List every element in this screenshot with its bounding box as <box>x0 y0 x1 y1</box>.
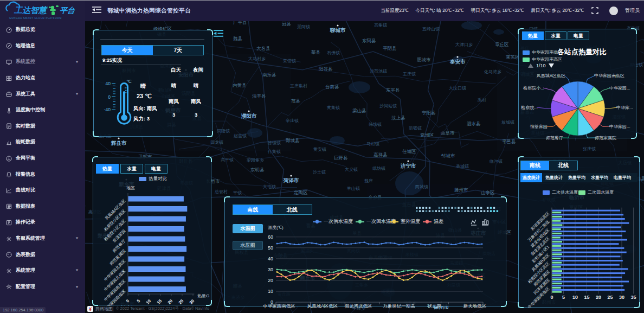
svg-text:任城区: 任城区 <box>402 149 416 154</box>
svg-text:40: 40 <box>106 81 111 86</box>
svg-text:曲阜市: 曲阜市 <box>441 130 455 136</box>
svg-text:沙河站镇: 沙河站镇 <box>379 104 397 108</box>
svg-text:嘉祥县: 嘉祥县 <box>373 152 388 157</box>
svg-text:濮阳市: 濮阳市 <box>241 113 257 119</box>
svg-text:大津口乡: 大津口乡 <box>455 42 473 47</box>
svg-text:5: 5 <box>136 298 141 304</box>
svg-text:东阿县: 东阿县 <box>362 38 376 43</box>
svg-text:怡筌家园: 怡筌家园 <box>530 124 548 129</box>
svg-text:平阴县: 平阴县 <box>383 46 397 51</box>
svg-text:王庄集村: 王庄集村 <box>289 84 307 88</box>
svg-text:梁山县: 梁山县 <box>352 108 366 113</box>
svg-text:25: 25 <box>607 295 613 300</box>
svg-text:辛庄镇: 辛庄镇 <box>286 118 299 123</box>
svg-text:15: 15 <box>584 295 589 300</box>
svg-text:石佛镇: 石佛镇 <box>327 50 340 55</box>
svg-text:中华家园...: 中华家园... <box>609 124 630 129</box>
svg-text:高集镇: 高集镇 <box>374 23 387 28</box>
svg-text:魏县: 魏县 <box>233 36 243 41</box>
svg-text:中华家...: 中华家... <box>616 105 633 110</box>
svg-text:魏庄: 魏庄 <box>364 178 373 183</box>
svg-text:师范餐厅: 师范餐厅 <box>546 136 563 140</box>
svg-text:泰安市: 泰安市 <box>449 59 466 65</box>
svg-text:临泃镇: 临泃镇 <box>490 159 503 164</box>
svg-text:大马村乡: 大马村乡 <box>248 56 266 61</box>
svg-text:10: 10 <box>572 295 578 300</box>
svg-text:台前县: 台前县 <box>325 84 339 90</box>
svg-text:阳谷县: 阳谷县 <box>319 66 333 72</box>
svg-text:梁园集乡: 梁园集乡 <box>247 157 264 163</box>
svg-text:韩垓镇: 韩垓镇 <box>369 122 382 127</box>
svg-text:回隆镇: 回隆镇 <box>217 129 230 133</box>
svg-text:范县: 范县 <box>291 98 301 104</box>
svg-text:王庄镇: 王庄镇 <box>402 72 416 76</box>
svg-text:高平镇: 高平镇 <box>221 157 234 162</box>
svg-text:凤凰城A区低区: 凤凰城A区低区 <box>537 73 565 78</box>
svg-text:中华家园...: 中华家园... <box>609 86 630 91</box>
svg-text:黄集镇: 黄集镇 <box>327 105 340 110</box>
svg-text:张庄镇: 张庄镇 <box>583 146 596 151</box>
svg-text:大义镇: 大义镇 <box>345 167 358 172</box>
svg-text:大名县: 大名县 <box>256 46 271 51</box>
svg-text:洪范池镇: 洪范池镇 <box>370 69 387 74</box>
svg-text:东明县: 东明县 <box>250 167 265 173</box>
svg-text:纸坊镇: 纸坊镇 <box>372 166 385 171</box>
svg-text:赵营镇: 赵营镇 <box>234 133 247 138</box>
svg-text:景阿镇: 景阿镇 <box>297 24 310 29</box>
svg-text:总管村: 总管村 <box>214 189 228 194</box>
svg-text:邹城市: 邹城市 <box>441 153 455 158</box>
svg-text:检察院小...: 检察院小... <box>523 86 544 91</box>
svg-text:大汶口镇: 大汶口镇 <box>449 86 466 91</box>
svg-text:巨野县: 巨野县 <box>334 155 348 161</box>
svg-text:济宁市: 济宁市 <box>400 163 416 169</box>
svg-text:GONGDA SMART CLOUD PLATFORM: GONGDA SMART CLOUD PLATFORM <box>9 17 62 20</box>
svg-text:马村镇: 马村镇 <box>366 142 379 146</box>
svg-text:0: 0 <box>125 298 131 304</box>
svg-text:广平县: 广平县 <box>233 21 247 25</box>
svg-text:东平县: 东平县 <box>386 87 400 93</box>
svg-text:30: 30 <box>619 295 624 300</box>
svg-text:10: 10 <box>145 298 152 305</box>
svg-text:莘县: 莘县 <box>311 49 321 55</box>
svg-text:师范家属院: 师范家属院 <box>595 136 616 140</box>
svg-text:沙土镇: 沙土镇 <box>313 170 326 175</box>
svg-text:15: 15 <box>156 298 163 305</box>
svg-text:鄄城县: 鄄城县 <box>286 138 300 143</box>
svg-text:内黄县: 内黄县 <box>233 82 247 88</box>
svg-text:泗水县: 泗水县 <box>467 121 481 126</box>
svg-text:聊城市: 聊城市 <box>330 27 346 33</box>
svg-text:羊山镇: 羊山镇 <box>346 186 360 191</box>
svg-text:平台: 平台 <box>60 6 75 15</box>
svg-text:汶上县: 汶上县 <box>391 115 405 120</box>
svg-text:平邑县: 平邑县 <box>502 139 516 144</box>
svg-text:宁阳县: 宁阳县 <box>422 110 436 116</box>
svg-text:20: 20 <box>167 298 174 305</box>
svg-text:地区: 地区 <box>126 186 135 190</box>
svg-text:25: 25 <box>178 298 185 305</box>
svg-text:莱芜区: 莱芜区 <box>506 54 520 60</box>
svg-text:化马湾乡: 化马湾乡 <box>484 69 501 74</box>
svg-text:肥城市: 肥城市 <box>417 57 431 62</box>
svg-text:检察院...: 检察院... <box>520 105 538 110</box>
svg-text:热量G: 热量G <box>197 293 209 298</box>
svg-text:什集镇: 什集镇 <box>267 149 281 154</box>
svg-text:平镇: 平镇 <box>233 190 242 195</box>
svg-text:香城镇: 香城镇 <box>456 164 469 169</box>
svg-text:定陶区: 定陶区 <box>293 190 308 195</box>
svg-text:辉县市: 辉县市 <box>111 140 127 146</box>
svg-text:滕州市: 滕州市 <box>454 187 468 193</box>
svg-text:山亭区: 山亭区 <box>481 190 495 195</box>
svg-text:-40: -40 <box>104 107 111 112</box>
svg-text:黄安镇: 黄安镇 <box>313 147 326 152</box>
svg-text:回龙镇: 回龙镇 <box>210 140 223 145</box>
svg-text:南乐县: 南乐县 <box>262 72 276 78</box>
svg-text:放城镇: 放城镇 <box>501 120 514 125</box>
svg-text:五峰山镇: 五峰山镇 <box>422 27 440 31</box>
svg-text:新驿镇: 新驿镇 <box>409 126 422 131</box>
svg-text:工达智慧: 工达智慧 <box>14 5 48 15</box>
svg-text:兖州区: 兖州区 <box>420 132 434 138</box>
svg-text:0: 0 <box>550 295 553 300</box>
svg-text:冠县: 冠县 <box>282 21 292 27</box>
svg-text:中华家园南低区: 中华家园南低区 <box>594 73 624 78</box>
svg-text:5: 5 <box>562 295 565 300</box>
